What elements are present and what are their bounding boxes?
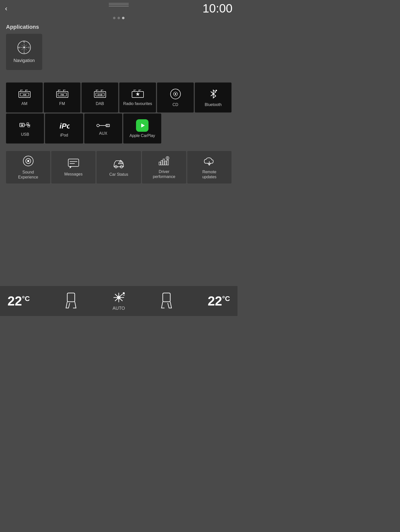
svg-rect-67 [159, 162, 160, 165]
bottom-tile-sound[interactable]: SoundExperience [6, 151, 50, 184]
navigation-icon: N S W E [17, 40, 31, 56]
svg-rect-71 [167, 160, 168, 165]
car-status-label: Car Status [109, 172, 128, 177]
svg-rect-70 [165, 161, 166, 165]
radio-fav-icon [132, 90, 144, 100]
svg-marker-32 [136, 92, 140, 96]
dot-2 [118, 17, 120, 19]
svg-rect-44 [28, 126, 30, 127]
svg-point-40 [216, 90, 217, 91]
usb-icon: ✱ [19, 121, 31, 130]
media-row-2: ✱ USB iPod iPod [6, 114, 232, 144]
svg-text:AM: AM [23, 94, 26, 96]
svg-text:iPod: iPod [60, 122, 70, 130]
svg-point-48 [97, 124, 99, 127]
fm-label: FM [59, 101, 65, 106]
svg-rect-43 [27, 123, 29, 124]
applications-grid: N S W E Navigation [0, 34, 238, 70]
bottom-tile-car-status[interactable]: Car Status [96, 151, 141, 184]
app-tile-navigation[interactable]: N S W E Navigation [6, 34, 42, 70]
usb-label: USB [21, 132, 29, 137]
bluetooth-icon [208, 88, 218, 101]
dot-1 [113, 17, 116, 19]
sound-experience-label: SoundExperience [18, 170, 38, 179]
ipod-icon: iPod [58, 120, 70, 131]
climate-auto-label: AUTO [112, 306, 125, 311]
right-seat-icon [159, 292, 174, 310]
media-row-1: AM AM FM [6, 82, 232, 112]
bottom-tile-driver-perf[interactable]: Driverperformance [142, 151, 186, 184]
media-tile-aux[interactable]: AUX [84, 114, 122, 144]
media-tile-apple-carplay[interactable]: Apple CarPlay [123, 114, 161, 144]
carplay-icon [136, 119, 148, 132]
dot-3 [122, 17, 124, 19]
media-tile-usb[interactable]: ✱ USB [6, 114, 44, 144]
dab-icon: DAB [94, 90, 106, 100]
cd-label: CD [172, 102, 178, 107]
svg-rect-50 [106, 124, 110, 127]
media-tile-cd[interactable]: CD [157, 82, 194, 112]
dab-label: DAB [96, 101, 104, 106]
svg-text:✱: ✱ [21, 124, 23, 126]
am-icon: AM [18, 90, 31, 100]
drag-handle [109, 3, 129, 6]
climate-fan-icon [112, 291, 126, 305]
svg-text:FM: FM [60, 94, 64, 96]
media-tile-dab[interactable]: DAB DAB [82, 82, 118, 112]
bottom-tile-remote-updates[interactable]: Remoteupdates [187, 151, 232, 184]
media-tile-am[interactable]: AM AM [6, 82, 43, 112]
media-tile-fm[interactable]: FM FM [44, 82, 80, 112]
bottom-apps-grid: SoundExperience Messages [6, 151, 232, 184]
left-seat-icon [64, 292, 78, 310]
clock-display: 10:00 [202, 2, 232, 14]
car-status-icon [112, 158, 125, 170]
navigation-label: Navigation [14, 58, 35, 63]
bottom-apps-section: SoundExperience Messages [0, 151, 238, 184]
svg-rect-68 [161, 160, 162, 165]
climate-left-temp: 22°C [8, 294, 30, 308]
back-button[interactable]: ‹ [5, 4, 7, 12]
svg-marker-61 [70, 166, 72, 168]
svg-text:DAB: DAB [98, 94, 102, 96]
applications-heading: Applications [0, 22, 238, 32]
sound-experience-icon [23, 156, 34, 168]
messages-label: Messages [64, 172, 82, 176]
media-section: AM AM FM [0, 82, 238, 144]
aux-label: AUX [99, 131, 107, 136]
remote-updates-icon [203, 156, 215, 168]
page-indicator [0, 17, 238, 19]
bluetooth-label: Bluetooth [205, 102, 222, 107]
top-bar: ‹ 10:00 [0, 0, 238, 16]
driver-performance-label: Driverperformance [153, 169, 175, 179]
media-tile-radio-fav[interactable]: Radio favourites [119, 82, 156, 112]
carplay-label: Apple CarPlay [130, 133, 155, 138]
svg-text:W: W [18, 46, 20, 49]
svg-point-81 [123, 292, 125, 294]
svg-text:N: N [23, 41, 25, 43]
fm-icon: FM [56, 90, 68, 100]
media-tile-bluetooth[interactable]: Bluetooth [195, 82, 232, 112]
svg-rect-58 [68, 159, 79, 166]
ipod-label: iPod [60, 133, 68, 138]
radio-fav-label: Radio favourites [123, 101, 152, 106]
svg-marker-54 [141, 124, 145, 128]
media-tile-ipod[interactable]: iPod iPod [45, 114, 83, 144]
driver-performance-icon [158, 156, 170, 167]
svg-text:E: E [28, 46, 30, 49]
cd-icon [170, 88, 181, 101]
climate-bar: 22°C AUTO [0, 286, 238, 316]
svg-point-39 [175, 93, 176, 95]
aux-icon [96, 122, 110, 130]
svg-rect-69 [163, 159, 164, 165]
climate-center: AUTO [112, 291, 126, 311]
svg-point-66 [120, 163, 121, 164]
bottom-tile-messages[interactable]: Messages [51, 151, 96, 184]
svg-text:S: S [23, 51, 25, 54]
svg-point-57 [27, 160, 29, 162]
messages-icon [68, 158, 79, 170]
remote-updates-label: Remoteupdates [202, 170, 216, 179]
climate-right-temp: 22°C [208, 294, 230, 308]
am-label: AM [22, 101, 28, 106]
svg-point-9 [24, 47, 25, 48]
